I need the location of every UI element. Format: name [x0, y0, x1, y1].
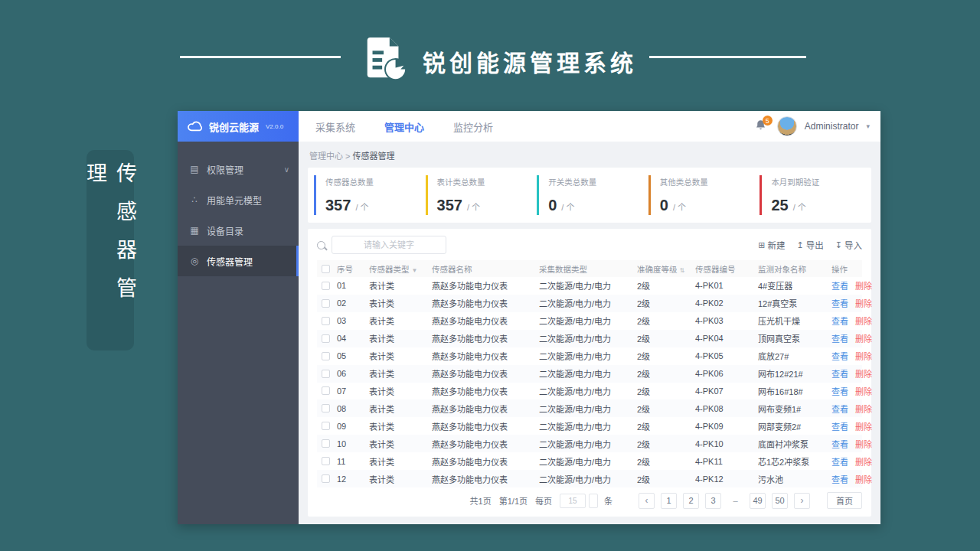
table-toolbar: ⊞ 新建 ↥ 导出 ↧ 导入	[317, 236, 862, 260]
row-checkbox[interactable]	[322, 422, 330, 430]
search-input[interactable]	[332, 236, 446, 254]
top-navbar: 采集系统管理中心监控分析 5 Administrator ▾	[299, 111, 880, 142]
main-area: 采集系统管理中心监控分析 5 Administrator ▾ 管理中心 >	[299, 111, 880, 524]
row-checkbox[interactable]	[322, 370, 330, 378]
prev-page-button[interactable]: ‹	[639, 493, 655, 509]
page-size-stepper[interactable]	[589, 494, 598, 508]
sidebar-menu-item[interactable]: ▤ 权限管理 ∨	[178, 154, 299, 184]
view-link[interactable]: 查看	[831, 420, 848, 432]
breadcrumb-separator: >	[345, 152, 350, 161]
cell-dtype: 二次能源/电力/电力	[539, 279, 637, 292]
page-number-button[interactable]: 2	[683, 493, 699, 509]
toolbar-button-icon: ⊞	[758, 240, 765, 250]
view-link[interactable]: 查看	[831, 473, 848, 485]
cell-grade: 2级	[637, 385, 695, 397]
app-logo-icon	[361, 34, 409, 82]
row-checkbox[interactable]	[322, 474, 330, 483]
delete-link[interactable]: 删除	[855, 315, 872, 327]
delete-link[interactable]: 删除	[855, 367, 872, 380]
row-checkbox[interactable]	[322, 439, 330, 448]
row-checkbox[interactable]	[322, 457, 330, 465]
stat-label: 传感器总数量	[325, 176, 420, 187]
cell-grade: 2级	[637, 367, 695, 380]
cell-name: 燕赵多功能电力仪表	[432, 403, 539, 415]
page-size-input[interactable]: 15	[560, 494, 586, 508]
page-number-button[interactable]: –	[727, 493, 743, 509]
top-nav-tab[interactable]: 采集系统	[315, 119, 355, 134]
cell-target: 12#真空泵	[758, 297, 831, 309]
view-link[interactable]: 查看	[831, 438, 848, 450]
view-link[interactable]: 查看	[831, 350, 848, 362]
cell-grade: 2级	[637, 297, 695, 309]
menu-item-icon: ◎	[189, 256, 200, 266]
sidebar-menu-item[interactable]: ▦ 设备目录	[178, 215, 299, 246]
row-checkbox[interactable]	[322, 299, 330, 308]
brand-version: V2.0.0	[266, 123, 283, 130]
first-page-button[interactable]: 首页	[827, 492, 862, 509]
view-link[interactable]: 查看	[831, 332, 848, 344]
cell-ops: 查看 删除	[831, 403, 880, 415]
row-checkbox[interactable]	[322, 352, 330, 360]
delete-link[interactable]: 删除	[855, 385, 872, 397]
view-link[interactable]: 查看	[831, 385, 848, 397]
stat-value: 25	[771, 197, 788, 214]
cell-type: 表计类	[369, 438, 432, 450]
row-checkbox[interactable]	[322, 386, 330, 395]
cell-grade: 2级	[637, 315, 695, 327]
sidebar-menu-item[interactable]: ◎ 传感器管理	[178, 246, 299, 276]
view-link[interactable]: 查看	[831, 279, 848, 292]
toolbar-button[interactable]: ↧ 导入	[835, 239, 862, 251]
page-number-button[interactable]: 3	[705, 493, 721, 509]
delete-link[interactable]: 删除	[855, 455, 872, 468]
view-link[interactable]: 查看	[831, 315, 848, 327]
search-icon	[317, 241, 325, 249]
view-link[interactable]: 查看	[831, 367, 848, 380]
cell-name: 燕赵多功能电力仪表	[432, 455, 539, 468]
page-number-button[interactable]: 50	[772, 493, 788, 509]
top-nav-tab[interactable]: 管理中心	[384, 119, 424, 134]
cell-code: 4-PK10	[695, 439, 758, 448]
notification-bell-icon[interactable]: 5	[754, 119, 769, 134]
delete-link[interactable]: 删除	[855, 420, 872, 432]
select-all-checkbox[interactable]	[322, 265, 330, 273]
cell-type: 表计类	[369, 385, 432, 397]
breadcrumb-parent[interactable]: 管理中心	[309, 152, 343, 161]
menu-item-icon: ▤	[189, 164, 200, 174]
cell-ops: 查看 删除	[831, 455, 880, 468]
toolbar-button[interactable]: ↥ 导出	[797, 239, 824, 251]
toolbar-button-icon: ↥	[797, 240, 804, 250]
page-number-button[interactable]: 1	[661, 493, 677, 509]
table-row: 03 表计类 燕赵多功能电力仪表 二次能源/电力/电力 2级 4-PK03 压光…	[317, 312, 862, 330]
cell-no: 09	[337, 422, 369, 431]
delete-link[interactable]: 删除	[855, 350, 872, 362]
view-link[interactable]: 查看	[831, 455, 848, 468]
cell-ops: 查看 删除	[831, 367, 880, 380]
sidebar: 锐创云能源 V2.0.0 ▤ 权限管理 ∨ ∴ 用能单元模型 ▦ 设备目录 ◎	[178, 111, 299, 524]
delete-link[interactable]: 删除	[855, 403, 872, 415]
delete-link[interactable]: 删除	[855, 332, 872, 344]
delete-link[interactable]: 删除	[855, 473, 872, 485]
delete-link[interactable]: 删除	[855, 438, 872, 450]
top-nav-tab[interactable]: 监控分析	[453, 119, 493, 134]
menu-item-icon: ∴	[189, 194, 200, 205]
stat-unit: / 个	[673, 201, 686, 213]
row-checkbox[interactable]	[322, 334, 330, 343]
banner-divider-left	[180, 56, 341, 58]
delete-link[interactable]: 删除	[855, 279, 872, 292]
row-checkbox[interactable]	[322, 282, 330, 290]
filter-icon[interactable]: ▼	[412, 267, 418, 274]
sidebar-brand: 锐创云能源 V2.0.0	[178, 111, 299, 142]
cell-name: 燕赵多功能电力仪表	[432, 473, 539, 485]
page-number-button[interactable]: 49	[750, 493, 766, 509]
sidebar-menu-item[interactable]: ∴ 用能单元模型	[178, 184, 299, 215]
row-checkbox[interactable]	[322, 317, 330, 325]
sort-icon[interactable]: ⇅	[680, 267, 685, 274]
view-link[interactable]: 查看	[831, 403, 848, 415]
view-link[interactable]: 查看	[831, 297, 848, 309]
delete-link[interactable]: 删除	[855, 297, 872, 309]
user-caret-down-icon[interactable]: ▾	[866, 122, 870, 130]
toolbar-button[interactable]: ⊞ 新建	[758, 239, 785, 251]
avatar[interactable]	[777, 116, 797, 136]
next-page-button[interactable]: ›	[794, 493, 810, 509]
row-checkbox[interactable]	[322, 404, 330, 412]
